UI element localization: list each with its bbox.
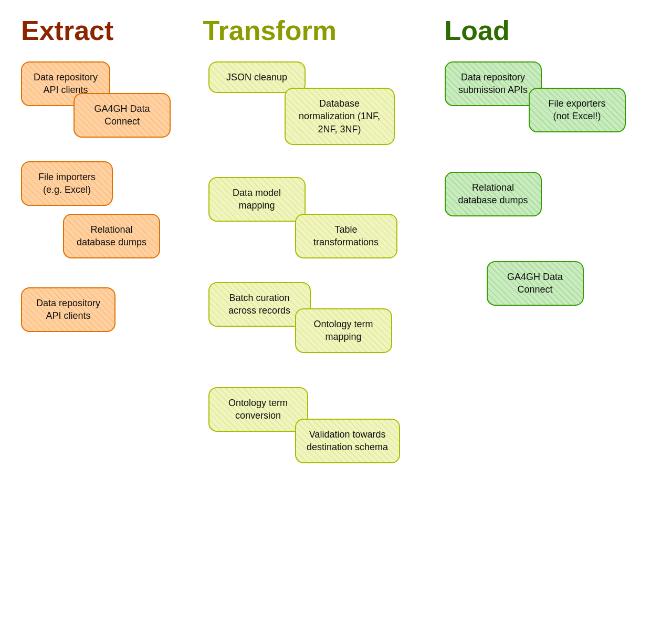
list-item: Relational database dumps bbox=[63, 214, 160, 258]
transform-cards: JSON cleanup Database normalization (1NF… bbox=[203, 61, 445, 534]
load-title: Load bbox=[445, 16, 510, 46]
extract-column: Extract Data repository API clients GA4G… bbox=[21, 16, 203, 607]
etl-diagram: Extract Data repository API clients GA4G… bbox=[0, 0, 672, 623]
extract-cards: Data repository API clients GA4GH Data C… bbox=[21, 61, 189, 408]
list-item: Table transformations bbox=[295, 214, 397, 258]
extract-title: Extract bbox=[21, 16, 113, 46]
transform-column: Transform JSON cleanup Database normaliz… bbox=[203, 16, 445, 607]
list-item: Database normalization (1NF, 2NF, 3NF) bbox=[285, 88, 395, 145]
list-item: Data repository submission APIs bbox=[445, 61, 542, 106]
list-item: Data model mapping bbox=[208, 177, 306, 222]
list-item: GA4GH Data Connect bbox=[74, 93, 171, 138]
list-item: Validation towards destination schema bbox=[295, 419, 400, 463]
list-item: File exporters (not Excel!) bbox=[529, 88, 626, 132]
list-item: File importers (e.g. Excel) bbox=[21, 161, 113, 206]
load-cards: Data repository submission APIs File exp… bbox=[445, 61, 644, 429]
load-column: Load Data repository submission APIs Fil… bbox=[445, 16, 651, 607]
list-item: Relational database dumps bbox=[445, 172, 542, 216]
list-item: GA4GH Data Connect bbox=[487, 261, 584, 306]
transform-title: Transform bbox=[203, 16, 337, 46]
list-item: Data repository API clients bbox=[21, 287, 116, 332]
list-item: Ontology term mapping bbox=[295, 308, 392, 353]
list-item: Ontology term conversion bbox=[208, 387, 308, 432]
